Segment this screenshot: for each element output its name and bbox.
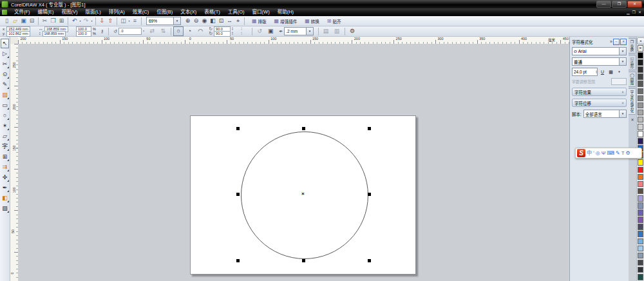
layout-plugin-button[interactable]: ▦排版 — [249, 17, 269, 25]
more-options-arrow-icon[interactable]: ▼ — [616, 68, 623, 75]
smart-fill-tool[interactable]: ▨ — [1, 90, 9, 100]
color-swatch[interactable] — [638, 202, 644, 209]
selection-handle-sw[interactable] — [236, 259, 240, 262]
color-swatch[interactable] — [638, 110, 644, 116]
zoom-width-icon[interactable]: ↔ — [225, 17, 234, 25]
docker-tab-shaping[interactable]: ◱造形 — [629, 55, 636, 70]
color-swatch[interactable] — [638, 181, 644, 188]
basic-shapes-tool[interactable]: ▱ — [1, 131, 9, 141]
print-icon[interactable]: ⊟ — [28, 17, 36, 25]
freehand-tool[interactable]: ✎ — [1, 80, 9, 90]
menu-table[interactable]: 表格(T) — [200, 8, 224, 16]
minimize-button[interactable]: — — [596, 1, 611, 8]
font-size-field[interactable]: 24.0 pt ▴▾ — [572, 68, 598, 76]
zoom-level-combo[interactable]: 69% ▼ — [146, 17, 181, 25]
paste-icon[interactable]: ⊞ — [57, 17, 66, 25]
import-icon[interactable]: ⇩ — [98, 17, 106, 25]
color-swatch[interactable] — [638, 224, 644, 230]
color-swatch[interactable] — [638, 73, 644, 80]
undo-icon[interactable]: ↶ — [70, 17, 79, 25]
color-swatch[interactable] — [638, 52, 644, 59]
redo-icon-dropdown[interactable]: ▾ — [90, 19, 93, 23]
export-icon[interactable]: ⇧ — [106, 17, 115, 25]
outline-width-combo[interactable]: .2 mm ▼ — [284, 27, 314, 35]
wrap-text-button[interactable]: ▤ — [321, 26, 331, 36]
docker-close-button[interactable]: ✕ — [620, 39, 627, 45]
selection-handle-s[interactable] — [302, 259, 305, 262]
rectangle-tool[interactable]: ▭ — [1, 101, 9, 110]
zoom-in-icon[interactable]: ⊕ — [184, 17, 192, 25]
color-swatch[interactable] — [638, 95, 644, 102]
zoom-page-icon[interactable]: ⊡ — [217, 17, 225, 25]
rotation-angle-field[interactable]: .0 — [118, 28, 142, 35]
document-close-button[interactable]: ✕ — [638, 9, 641, 15]
app-launcher-icon[interactable]: ◫ — [119, 17, 128, 25]
polygon-tool[interactable]: ✶ — [1, 121, 9, 131]
font-combo[interactable]: O Arial ▼ — [572, 47, 627, 55]
document-minimize-button[interactable]: ▁ — [627, 9, 630, 15]
flip-horizontal-button[interactable]: ⇄ — [147, 26, 157, 36]
fill-tool[interactable]: ◧ — [1, 193, 9, 203]
punctuation-icon[interactable]: ’ — [593, 148, 594, 158]
zoom-tool[interactable]: ⊙ — [1, 70, 9, 79]
color-swatch[interactable] — [638, 246, 644, 252]
new-icon[interactable]: ▯ — [3, 17, 11, 25]
color-swatch[interactable] — [638, 159, 644, 166]
shape-tool[interactable]: ▷ — [1, 49, 9, 59]
font-style-combo[interactable]: 普通 ▼ — [572, 57, 627, 66]
color-swatch[interactable] — [638, 267, 644, 273]
blend-tool[interactable]: ⇉ — [1, 162, 9, 172]
text-tool[interactable]: 字 — [1, 142, 9, 151]
color-swatch[interactable] — [638, 88, 644, 95]
menu-arrange[interactable]: 排列(A) — [105, 8, 129, 16]
color-swatch-none[interactable]: ✕ — [638, 45, 644, 52]
color-swatch[interactable] — [638, 209, 644, 216]
selection-handle-nw[interactable] — [236, 127, 240, 130]
eyedropper-tool[interactable]: ✜ — [1, 173, 9, 182]
zoom-combo-arrow-icon[interactable]: ▼ — [173, 17, 180, 24]
color-swatch[interactable] — [638, 174, 644, 180]
document-restore-button[interactable]: ❒ — [632, 9, 636, 15]
voice-input-icon[interactable]: Ψ — [601, 148, 606, 158]
color-swatch[interactable] — [638, 167, 644, 173]
palette-flyout-button[interactable]: ◂ — [637, 37, 644, 44]
ellipse-object[interactable] — [241, 131, 368, 259]
emoji-icon[interactable]: ◎ — [596, 148, 600, 158]
character-highlight-icon[interactable]: ▩ — [607, 68, 614, 75]
interactive-fill-tool[interactable]: ▧ — [1, 204, 9, 213]
convert-button[interactable]: ▦转换 — [302, 17, 322, 25]
canvas-area[interactable]: × — [18, 44, 569, 281]
menu-text[interactable]: 文本(X) — [176, 8, 200, 16]
character-shift-section[interactable]: 字符位移 » — [572, 99, 627, 107]
menu-bitmaps[interactable]: 位图(B) — [153, 8, 176, 16]
symmetry-gear-button[interactable]: ⚙ — [347, 26, 357, 36]
settings-wrench-icon[interactable]: ⚙ — [626, 148, 630, 158]
docker-chevron-button[interactable]: » — [610, 39, 612, 44]
color-swatch[interactable] — [638, 59, 644, 66]
open-icon[interactable]: ▱ — [11, 17, 19, 25]
copy-icon[interactable]: ❒ — [49, 17, 57, 25]
color-swatch[interactable] — [638, 217, 644, 223]
zoom-actual-icon[interactable]: ◉ — [200, 17, 209, 25]
menu-window[interactable]: 窗口(W) — [249, 8, 274, 16]
color-swatch[interactable] — [638, 231, 644, 237]
selection-handle-ne[interactable] — [368, 127, 371, 130]
menu-help[interactable]: 帮助(H) — [274, 8, 298, 16]
wrap-text-button2[interactable]: ▥ — [332, 26, 342, 36]
sogou-logo-icon[interactable]: S — [577, 149, 585, 157]
color-swatch[interactable] — [638, 253, 644, 259]
convert-to-curve-button[interactable]: ▣ — [265, 26, 276, 36]
color-swatch[interactable] — [638, 66, 644, 73]
handwriting-icon[interactable]: ✎ — [616, 148, 620, 158]
color-swatch[interactable] — [638, 117, 644, 123]
arc-mode-button[interactable]: ◠ — [195, 26, 205, 36]
skin-icon[interactable]: T — [621, 148, 625, 158]
color-swatch[interactable] — [638, 138, 644, 144]
menu-view[interactable]: 视图(V) — [58, 8, 82, 16]
docker-tab-character-formatting[interactable]: 字字符格式化 — [629, 88, 636, 115]
snap-button[interactable]: ⊞贴齐 — [325, 17, 344, 25]
cut-icon[interactable]: ✂ — [41, 17, 49, 25]
script-combo[interactable]: 全部语言 ▼ — [583, 110, 627, 118]
pick-tool[interactable]: ↖ — [1, 39, 9, 48]
selection-handle-n[interactable] — [302, 127, 305, 130]
